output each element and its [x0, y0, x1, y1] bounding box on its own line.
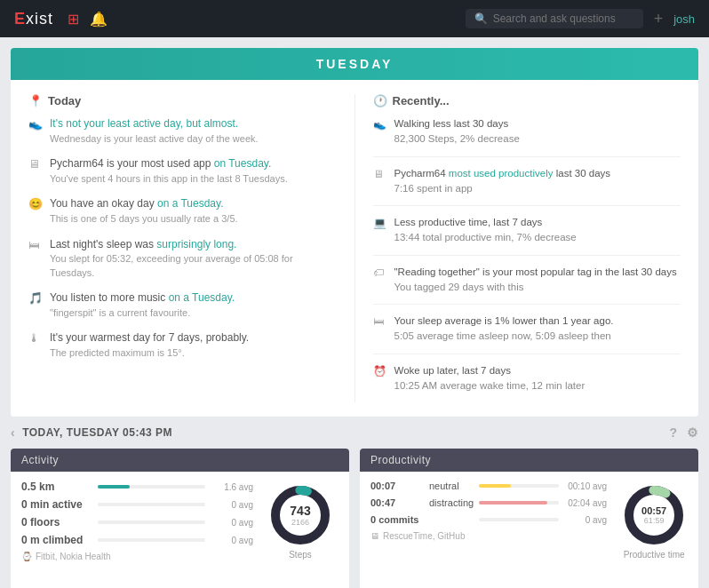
today-title: 📍 Today	[28, 94, 337, 107]
steps-label: Steps	[289, 550, 312, 560]
settings-icon[interactable]: ⚙	[687, 425, 699, 440]
activity-inner: 0.5 km 1.6 avg 0 min active 0 avg	[21, 481, 339, 563]
activity-icon: 👟	[28, 117, 43, 131]
productivity-widget: Productivity 00:07 neutral 00:10 avg 00:…	[360, 449, 698, 588]
insight-item-weather: 🌡 It's your warmest day for 7 days, prob…	[28, 330, 337, 360]
activity-source: ⌚ Fitbit, Nokia Health	[21, 552, 253, 561]
prod-neutral: 00:07 neutral 00:10 avg	[370, 481, 607, 491]
metric-active: 0 min active 0 avg	[21, 498, 253, 511]
bed-icon: 🛏	[28, 238, 43, 251]
smile-icon: 😊	[28, 197, 43, 211]
productivity-metrics: 00:07 neutral 00:10 avg 00:47 distractin…	[370, 481, 607, 541]
recent-item-pycharm: 🖥 Pycharm64 most used productively last …	[373, 166, 681, 207]
recently-title: 🕐 Recently...	[373, 94, 681, 107]
distracting-bar	[479, 501, 547, 505]
grid-icon[interactable]: ⊞	[68, 11, 79, 28]
steps-value: 743	[290, 504, 310, 518]
steps-goal: 2166	[290, 518, 310, 527]
prod-distracting: 00:47 distracting 02:04 avg	[370, 497, 607, 508]
activity-metrics: 0.5 km 1.6 avg 0 min active 0 avg	[21, 481, 253, 561]
prod-commits: 0 commits 0 avg	[370, 514, 607, 525]
recent-icon: 🕐	[373, 94, 387, 107]
insight-item-music: 🎵 You listen to more music on a Tuesday.…	[28, 290, 337, 320]
day-banner: TUESDAY	[11, 48, 698, 80]
timeline-icons: ? ⚙	[669, 425, 698, 440]
metric-floors: 0 floors 0 avg	[21, 516, 253, 528]
app-logo: Exist	[14, 10, 53, 28]
activity-body: 0.5 km 1.6 avg 0 min active 0 avg	[11, 472, 349, 572]
screen-icon: 💻	[373, 217, 387, 246]
alarm-icon: ⏰	[373, 365, 387, 394]
productivity-inner: 00:07 neutral 00:10 avg 00:47 distractin…	[370, 481, 688, 563]
recent-item-wake: ⏰ Woke up later, last 7 days 10:25 AM av…	[373, 363, 681, 403]
timeline-title: TODAY, TUESDAY 05:43 PM	[22, 426, 669, 439]
insight-card: 📍 Today 👟 It's not your least active day…	[11, 80, 698, 417]
help-icon[interactable]: ?	[669, 425, 677, 440]
insight-item-app: 🖥 Pycharm64 is your most used app on Tue…	[28, 156, 337, 186]
timeline-header: ‹ TODAY, TUESDAY 05:43 PM ? ⚙	[0, 417, 709, 449]
metric-climbed: 0 m climbed 0 avg	[21, 534, 253, 546]
steps-donut: 743 2166	[269, 484, 331, 546]
music-icon: 🎵	[28, 291, 43, 305]
today-section: 📍 Today 👟 It's not your least active day…	[28, 94, 337, 402]
productivity-donut: 00:57 61:59 Productive time	[616, 481, 692, 563]
steps-icon: 👟	[373, 118, 387, 147]
activity-widget: Activity 0.5 km 1.6 avg 0 min active	[11, 449, 349, 588]
search-icon: 🔍	[474, 12, 488, 25]
activity-chart: TUE WED THU FRI SAT SUN MON TUE	[11, 572, 349, 588]
chevron-left-icon[interactable]: ‹	[11, 425, 15, 440]
tag-icon: 🏷	[373, 266, 387, 296]
user-label[interactable]: josh	[673, 12, 695, 26]
divider	[354, 94, 355, 402]
insight-item-activity: 👟 It's not your least active day, but al…	[28, 116, 337, 146]
activity-header: Activity	[11, 449, 349, 472]
bell-icon[interactable]: 🔔	[90, 11, 108, 28]
productivity-chart: TUE WED THU FRI SAT SUN MON TUE	[360, 572, 698, 588]
productivity-source: 🖥 RescueTime, GitHub	[370, 531, 607, 541]
weather-icon: 🌡	[28, 331, 43, 345]
search-box: 🔍	[466, 9, 643, 28]
neutral-bar	[479, 484, 511, 488]
km-bar	[98, 485, 130, 489]
insight-item-mood: 😊 You have an okay day on a Tuesday. Thi…	[28, 196, 337, 226]
activity-donut: 743 2166 Steps	[262, 481, 339, 563]
productive-label: Productive time	[624, 550, 685, 560]
productive-value: 00:57	[641, 505, 666, 516]
recent-item-productive: 💻 Less productive time, last 7 days 13:4…	[373, 215, 681, 256]
add-button[interactable]: +	[654, 10, 664, 28]
activity-bars	[21, 579, 339, 588]
pin-icon: 📍	[28, 94, 43, 107]
monitor2-icon: 🖥	[373, 168, 387, 197]
banner-title: TUESDAY	[316, 57, 394, 71]
recent-item-tag: 🏷 "Reading together" is your most popula…	[373, 265, 681, 306]
productive-time-donut: 00:57 61:59	[623, 484, 685, 546]
productivity-header: Productivity	[360, 449, 698, 472]
fitbit-icon: ⌚	[21, 552, 32, 561]
productivity-body: 00:07 neutral 00:10 avg 00:47 distractin…	[360, 472, 698, 572]
widget-row: Activity 0.5 km 1.6 avg 0 min active	[0, 449, 709, 588]
sleep-icon: 🛏	[373, 315, 387, 345]
recently-section: 🕐 Recently... 👟 Walking less last 30 day…	[373, 94, 681, 402]
monitor-icon: 🖥	[28, 157, 43, 171]
metric-km: 0.5 km 1.6 avg	[21, 481, 253, 493]
recent-item-sleep-avg: 🛏 Your sleep average is 1% lower than 1 …	[373, 314, 681, 354]
search-input[interactable]	[493, 12, 634, 25]
productivity-bars	[370, 579, 688, 588]
app-header: Exist ⊞ 🔔 🔍 + josh	[0, 0, 709, 37]
insight-item-sleep: 🛏 Last night's sleep was surprisingly lo…	[28, 237, 337, 281]
rescuetime-icon: 🖥	[370, 531, 379, 541]
recent-item-steps: 👟 Walking less last 30 days 82,300 Steps…	[373, 116, 681, 157]
productive-goal: 61:59	[641, 516, 666, 525]
